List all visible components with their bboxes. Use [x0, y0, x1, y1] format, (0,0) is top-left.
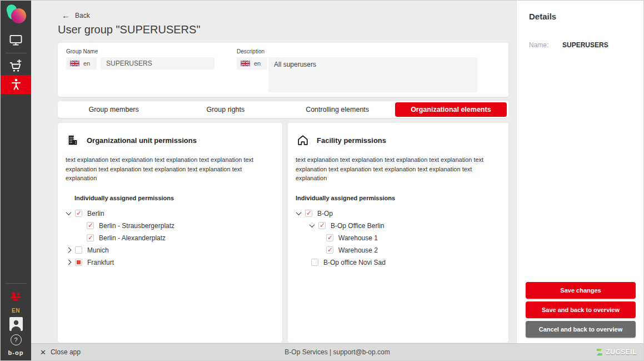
home-icon	[297, 134, 309, 146]
tree-item-label: Warehouse 1	[338, 234, 378, 242]
group-form-card: Group Name en	[58, 43, 508, 97]
close-icon: ✕	[40, 348, 46, 357]
logo-gradient-circle	[11, 8, 26, 23]
help-icon[interactable]: ?	[11, 334, 22, 345]
details-title: Details	[529, 12, 636, 21]
monitor-icon	[9, 34, 22, 46]
group-name-language-selector[interactable]: en	[66, 57, 97, 70]
description-textarea[interactable]: All superusers	[268, 57, 477, 92]
tree-row: Berlin - Alexanderplatz	[66, 232, 274, 244]
cart-add-icon	[9, 60, 23, 73]
sidebar-brand-logo: b-op	[8, 349, 24, 356]
chevron-down-icon[interactable]	[66, 210, 72, 215]
tree-item-label: Berlin - Alexanderplatz	[99, 234, 166, 242]
description-lang-code: en	[254, 60, 261, 67]
bottom-bar: B-Op Services | support@b-op.com ✕ Close…	[31, 343, 643, 360]
language-indicator[interactable]: EN	[12, 308, 20, 314]
sidebar-item-devices[interactable]	[1, 31, 31, 49]
close-app-label: Close app	[51, 348, 81, 356]
facility-permissions-panel: Facility permissions text explanation te…	[288, 123, 508, 343]
save-and-back-button[interactable]: Save and back to overview	[526, 301, 636, 318]
organizational-unit-permissions-panel: Organizational unit permissions text exp…	[58, 123, 282, 343]
cancel-and-back-button[interactable]: Cancel and back to overview	[526, 321, 636, 338]
support-info: B-Op Services | support@b-op.com	[31, 348, 643, 356]
tree-row: Warehouse 2	[296, 244, 501, 256]
tree-item-label: B-Op	[317, 210, 333, 217]
checkbox[interactable]	[318, 222, 326, 229]
tree-row: B-Op	[296, 207, 501, 220]
tab-group-rights[interactable]: Group rights	[169, 101, 281, 118]
checkbox[interactable]	[75, 210, 82, 217]
details-panel: Details Name: SUPERUSERS Save changes Sa…	[516, 1, 643, 343]
chevron-right-icon[interactable]	[66, 260, 72, 265]
group-name-label: Group Name	[66, 48, 237, 55]
uk-flag-icon	[70, 61, 79, 66]
back-arrow-icon: ←	[62, 11, 70, 19]
tree-item-label: Frankfurt	[87, 259, 114, 266]
app-logo-icon[interactable]	[4, 3, 28, 26]
chevron-right-icon[interactable]	[66, 248, 72, 253]
sidebar: EN ? b-op	[1, 1, 31, 360]
checkbox[interactable]	[75, 246, 82, 254]
building-icon	[67, 134, 79, 146]
checkbox[interactable]	[326, 234, 333, 241]
back-label: Back	[75, 12, 90, 19]
panel-title: Facility permissions	[317, 136, 386, 145]
tree-row: B-Op office Novi Sad	[296, 256, 501, 269]
checkbox[interactable]	[305, 210, 312, 217]
chevron-down-icon[interactable]	[296, 210, 302, 215]
details-name-label: Name:	[529, 41, 562, 49]
chevron-down-icon[interactable]	[309, 222, 315, 228]
facility-tree: B-Op B-Op Office Berlin Warehouse 1 Ware…	[296, 207, 501, 269]
accessibility-user-icon	[9, 78, 23, 91]
zugseil-z-icon	[596, 348, 603, 356]
tree-row: Warehouse 1	[296, 232, 501, 244]
tree-row: Berlin	[66, 207, 274, 220]
checkbox[interactable]	[75, 259, 82, 266]
tree-item-label: Berlin - Strausbergerplatz	[99, 222, 174, 230]
description-language-selector[interactable]: en	[237, 57, 267, 70]
app-window: EN ? b-op ← Back User group "SUPERUSERS"…	[0, 0, 644, 361]
close-app-button[interactable]: ✕ Close app	[40, 348, 81, 357]
group-name-input[interactable]	[101, 57, 214, 70]
checkbox[interactable]	[326, 246, 333, 254]
tree-row: B-Op Office Berlin	[296, 220, 501, 232]
save-changes-button[interactable]: Save changes	[526, 282, 636, 299]
avatar[interactable]	[9, 317, 23, 331]
sidebar-divider	[6, 53, 27, 53]
sidebar-item-users[interactable]	[1, 75, 31, 94]
panel-explanation: text explanation text explanation text e…	[296, 155, 501, 183]
zugseil-logo: ZUGSEIL	[596, 348, 637, 356]
individually-assigned-heading: Individually assigned permissions	[74, 195, 274, 201]
details-name-value: SUPERUSERS	[562, 41, 608, 49]
org-unit-tree: Berlin Berlin - Strausbergerplatz Berlin…	[66, 207, 274, 269]
panel-explanation: text explanation text explanation text e…	[66, 155, 274, 183]
users-red-icon	[9, 292, 22, 301]
sidebar-item-user-groups[interactable]	[1, 288, 31, 305]
group-name-lang-code: en	[83, 60, 90, 67]
main-content: ← Back User group "SUPERUSERS" Group Nam…	[31, 1, 516, 343]
tree-row: Frankfurt	[66, 256, 274, 269]
back-button[interactable]: ← Back	[62, 11, 101, 19]
tree-item-label: Warehouse 2	[338, 246, 378, 254]
tree-row: Berlin - Strausbergerplatz	[66, 220, 274, 232]
tab-group-members[interactable]: Group members	[58, 101, 169, 118]
tab-controlling-elements[interactable]: Controlling elements	[282, 101, 393, 118]
checkbox[interactable]	[311, 259, 318, 266]
zugseil-wordmark: ZUGSEIL	[606, 348, 637, 356]
sidebar-item-shop[interactable]	[1, 57, 31, 75]
page-title: User group "SUPERUSERS"	[58, 23, 508, 36]
tree-item-label: Berlin	[87, 210, 104, 217]
tab-bar: Group members Group rights Controlling e…	[58, 101, 508, 118]
tree-row: Munich	[66, 244, 274, 256]
tab-organizational-elements[interactable]: Organizational elements	[395, 102, 507, 117]
tree-item-label: B-Op office Novi Sad	[323, 259, 386, 266]
description-label: Description	[237, 48, 477, 55]
tree-item-label: B-Op Office Berlin	[331, 222, 384, 230]
tree-item-label: Munich	[87, 246, 109, 254]
avatar-icon	[9, 318, 23, 331]
uk-flag-icon	[241, 61, 250, 66]
checkbox[interactable]	[87, 234, 94, 241]
checkbox[interactable]	[87, 222, 94, 229]
individually-assigned-heading: Individually assigned permissions	[296, 195, 501, 201]
